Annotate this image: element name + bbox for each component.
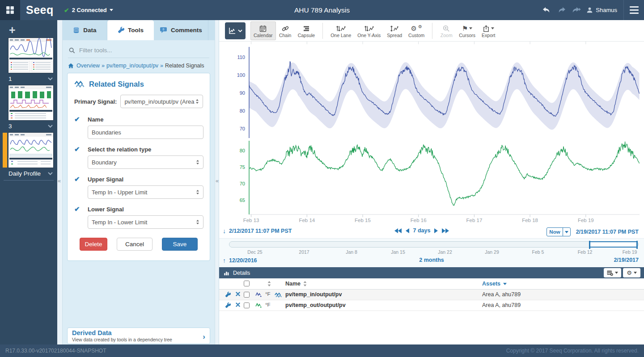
top-bar: Seeq ✔ 2 Connected AHU 789 Analysis Sham…: [0, 0, 644, 20]
toolbar-button-capsule[interactable]: Capsule: [295, 21, 318, 40]
step-back-button[interactable]: [406, 228, 409, 233]
collapse-sidebar-handle[interactable]: «: [57, 20, 63, 344]
tab-tools-label: Tools: [128, 27, 144, 34]
chevron-down-icon[interactable]: [48, 172, 53, 175]
redo-all-button[interactable]: [569, 0, 585, 20]
row-checkbox-wrap: [244, 302, 250, 310]
toolbar-button-label: One Lane: [330, 33, 351, 38]
toolbar-button-spread[interactable]: Spread: [384, 21, 405, 40]
y-axis-tick-label: 75: [240, 164, 245, 170]
worksheet-label-row[interactable]: 1: [0, 73, 57, 84]
edit-tool-icon[interactable]: [225, 302, 231, 308]
check-icon: ✔: [74, 205, 82, 213]
column-header-name[interactable]: Name: [285, 281, 307, 287]
step-forward-fast-button[interactable]: [442, 228, 449, 233]
toolbar-separator: [432, 23, 432, 39]
details-panel-header: Details ⚙: [219, 267, 644, 278]
worksheet-label-row[interactable]: Daily Profile: [0, 168, 57, 179]
y-axis-tick-label: 65: [240, 197, 245, 203]
trend-chart[interactable]: Feb 13Feb 14Feb 15Feb 16Feb 17Feb 18Feb …: [219, 42, 644, 226]
row-checkbox[interactable]: [244, 292, 250, 298]
x-axis-tick-label: Feb 18: [522, 218, 538, 223]
select-stepper-icon: [195, 99, 199, 104]
download-range-icon[interactable]: ↓: [223, 227, 226, 235]
relation-type-select[interactable]: Boundary: [88, 155, 203, 169]
worksheet-label-row[interactable]: 3: [0, 120, 57, 132]
worksheet-item: 3: [0, 85, 57, 132]
worksheet-thumbnail[interactable]: [8, 38, 53, 73]
primary-signal-select[interactable]: pv/temp_in/output/pv (Area A, ah: [120, 95, 203, 108]
now-button[interactable]: Now: [547, 227, 570, 236]
details-columns-button[interactable]: [604, 268, 621, 277]
toolbar-button-label: Custom: [408, 33, 424, 38]
table-row[interactable]: °F pv/temp_out/output/pv Area A, ahu789: [219, 300, 644, 311]
breadcrumb-link[interactable]: Overview: [76, 63, 100, 69]
chevron-down-icon[interactable]: [48, 125, 53, 128]
worksheet-thumbnail[interactable]: [8, 133, 53, 168]
chart-toolbar: Calendar Chain Capsule One Lane One Y-Ax…: [219, 20, 644, 42]
signal-style-icon[interactable]: [255, 302, 262, 308]
version-label: R17.0.33.00-v201702180044-SNAPSHOT: [5, 348, 106, 354]
redo-button[interactable]: [554, 0, 569, 20]
name-input[interactable]: [88, 126, 203, 139]
filter-tools-search[interactable]: Filter tools...: [68, 46, 209, 58]
hamburger-menu[interactable]: [624, 0, 644, 20]
collapse-panel-handle[interactable]: «: [215, 20, 219, 344]
scrubber-track[interactable]: [229, 241, 639, 248]
scrubber-range-label[interactable]: 2 months: [219, 257, 644, 263]
column-header-assets[interactable]: Assets: [482, 281, 507, 287]
toolbar-button-zoom[interactable]: Zoom: [437, 21, 456, 40]
export-icon: [483, 24, 494, 33]
connected-dropdown[interactable]: ✔ 2 Connected: [64, 0, 113, 20]
toolbar-button-calendar[interactable]: Calendar: [250, 21, 276, 40]
details-settings-button[interactable]: ⚙: [623, 268, 640, 277]
toolbar-button-export[interactable]: Export: [479, 21, 498, 40]
range-end-label[interactable]: 2/19/2017 11:07 PM PST: [576, 229, 639, 235]
range-duration-label[interactable]: 7 days: [413, 227, 431, 234]
zoom-icon: [443, 24, 450, 33]
lower-signal-select[interactable]: Temp In - Lower Limit: [88, 215, 203, 229]
table-row[interactable]: °F pv/temp_in/output/pv Area A, ahu789: [219, 290, 644, 300]
toolbar-button-chain[interactable]: Chain: [276, 21, 295, 40]
timeline-scrubber: Dec 252017Jan 8Jan 15Jan 22Jan 29Feb 5Fe…: [219, 238, 644, 267]
upper-signal-select[interactable]: Temp In - Upper Limit: [88, 185, 203, 199]
scrubber-selection[interactable]: [589, 241, 638, 248]
x-axis-tick-label: Feb 17: [466, 218, 482, 223]
toolbar-button-label: Export: [482, 33, 495, 38]
remove-icon[interactable]: [236, 292, 240, 296]
add-worksheet-button[interactable]: +: [9, 24, 16, 36]
x-axis-tick-label: Feb 19: [578, 218, 594, 223]
sort-icon[interactable]: [267, 281, 271, 286]
save-button[interactable]: Save: [162, 238, 198, 251]
tab-data[interactable]: Data: [63, 20, 107, 40]
row-checkbox[interactable]: [244, 302, 250, 308]
tab-tools[interactable]: Tools: [107, 20, 154, 40]
step-back-fast-button[interactable]: [394, 228, 402, 233]
toolbar-button-one-lane[interactable]: One Lane: [327, 21, 354, 40]
x-axis-tick-label: Feb 14: [299, 218, 315, 223]
undo-button[interactable]: [539, 0, 554, 20]
toolbar-button-cursors[interactable]: ⚑ Cursors: [456, 21, 479, 40]
view-mode-select[interactable]: [225, 22, 246, 39]
tab-comments[interactable]: 0 Comments: [154, 20, 208, 40]
step-forward-button[interactable]: [434, 228, 438, 233]
toolbar-button-label: Spread: [387, 33, 402, 38]
toolbar-button-one-y-axis[interactable]: One Y-Axis: [354, 21, 384, 40]
range-start-label[interactable]: 2/12/2017 11:07 PM PST: [229, 228, 292, 234]
derived-data-link[interactable]: Derived Data View data created by tools …: [67, 328, 210, 344]
delete-button[interactable]: Delete: [80, 238, 107, 251]
breadcrumb-link[interactable]: pv/temp_in/output/pv: [106, 63, 158, 69]
select-all-checkbox[interactable]: [244, 281, 250, 286]
worksheet-thumbnail[interactable]: [8, 85, 53, 120]
apps-grid-button[interactable]: [0, 0, 20, 20]
remove-icon[interactable]: [236, 302, 240, 307]
chevron-down-icon[interactable]: [48, 77, 53, 80]
user-menu[interactable]: Shamus: [586, 7, 617, 13]
flag-icon: ⚑: [462, 24, 472, 33]
signal-style-icon[interactable]: [255, 292, 262, 298]
toolbar-button-custom[interactable]: ⚙⚙ Custom: [405, 21, 428, 40]
y-axis-tick-label: 70: [240, 181, 245, 186]
cancel-button[interactable]: Cancel: [117, 238, 153, 251]
signal-name: pv/temp_out/output/pv: [285, 302, 346, 308]
edit-tool-icon[interactable]: [225, 292, 231, 298]
